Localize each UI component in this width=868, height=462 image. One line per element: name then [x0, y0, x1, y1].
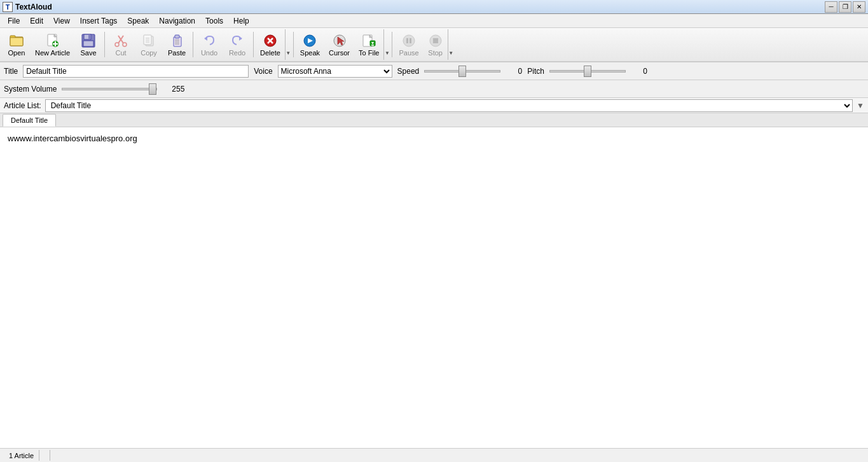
tab-default-title[interactable]: Default Title — [3, 114, 56, 127]
copy-label: Copy — [141, 50, 157, 57]
app-icon: T — [3, 2, 13, 12]
tab-label: Default Title — [11, 116, 48, 124]
open-button[interactable]: Open — [3, 29, 31, 60]
volume-label: System Volume — [4, 85, 57, 94]
title-bar-title: TextAloud — [15, 3, 52, 11]
menu-insert-tags[interactable]: Insert Tags — [75, 15, 122, 27]
paste-button[interactable]: Paste — [163, 29, 191, 60]
menu-help[interactable]: Help — [228, 15, 254, 27]
delete-label: Delete — [260, 50, 280, 57]
status-bar: 1 Article — [0, 448, 868, 462]
to-file-arrow[interactable]: ▼ — [383, 29, 390, 60]
voice-label: Voice — [254, 67, 272, 76]
speak-icon — [302, 33, 317, 48]
cursor-button[interactable]: Cursor — [324, 29, 354, 60]
copy-icon — [141, 33, 156, 48]
save-icon — [81, 33, 96, 48]
restore-button[interactable]: ❒ — [839, 1, 851, 13]
undo-button[interactable]: Undo — [195, 29, 223, 60]
redo-label: Redo — [229, 50, 245, 57]
stop-button[interactable]: Stop — [424, 29, 448, 60]
undo-label: Undo — [201, 50, 217, 57]
article-list-row: Article List: Default Title ▼ — [0, 98, 868, 113]
close-button[interactable]: ✕ — [853, 1, 865, 13]
to-file-label: To File — [359, 50, 379, 57]
text-editor[interactable]: wwww.intercambiosvirtualespro.org — [0, 127, 868, 448]
svg-point-13 — [115, 43, 119, 46]
volume-row: System Volume 255 — [0, 80, 868, 98]
title-input[interactable] — [23, 65, 249, 78]
voice-select[interactable]: Microsoft Anna Microsoft Sam Microsoft M… — [278, 65, 392, 78]
cut-icon — [113, 33, 128, 48]
cursor-icon — [332, 33, 347, 48]
to-file-button[interactable]: To File — [354, 29, 383, 60]
menu-navigation[interactable]: Navigation — [154, 15, 200, 27]
stop-arrow[interactable]: ▼ — [448, 29, 454, 60]
article-list-label: Article List: — [4, 101, 41, 110]
pause-button[interactable]: Pause — [394, 29, 423, 60]
cut-label: Cut — [115, 50, 126, 57]
cursor-label: Cursor — [329, 50, 350, 57]
status-panel-2 — [39, 450, 50, 461]
cut-button[interactable]: Cut — [107, 29, 135, 60]
speed-label: Speed — [397, 67, 420, 76]
menu-file[interactable]: File — [3, 15, 25, 27]
pitch-value: 0 — [628, 67, 647, 76]
svg-rect-2 — [10, 38, 23, 46]
minimize-button[interactable]: ─ — [825, 1, 837, 13]
svg-rect-39 — [406, 38, 408, 43]
open-label: Open — [8, 50, 25, 57]
content-text: wwww.intercambiosvirtualespro.org — [8, 134, 137, 143]
article-count: 1 Article — [9, 452, 34, 459]
delete-icon — [263, 33, 278, 48]
stop-label: Stop — [428, 50, 443, 57]
menu-edit[interactable]: Edit — [25, 15, 48, 27]
speak-button[interactable]: Speak — [296, 29, 324, 60]
volume-slider[interactable] — [62, 88, 157, 90]
svg-point-14 — [123, 43, 127, 46]
tab-bar: Default Title — [0, 113, 868, 127]
sep-2 — [193, 32, 193, 57]
speed-slider-container: 0 — [424, 67, 522, 76]
menu-bar: File Edit View Insert Tags Speak Navigat… — [0, 14, 868, 28]
paste-label: Paste — [168, 50, 186, 57]
svg-rect-9 — [88, 35, 90, 39]
sep-3 — [253, 32, 254, 57]
copy-button[interactable]: Copy — [135, 29, 163, 60]
save-label: Save — [80, 50, 96, 57]
properties-row: Title Voice Microsoft Anna Microsoft Sam… — [0, 62, 868, 80]
redo-icon — [230, 33, 245, 48]
pitch-slider[interactable] — [549, 70, 626, 73]
sep-1 — [104, 32, 105, 57]
pitch-label: Pitch — [527, 67, 544, 76]
svg-rect-10 — [83, 41, 93, 46]
pause-label: Pause — [399, 50, 418, 57]
volume-value: 255 — [162, 85, 184, 94]
title-label: Title — [4, 67, 18, 76]
delete-arrow[interactable]: ▼ — [285, 29, 291, 60]
title-bar-left: T TextAloud — [3, 2, 52, 12]
new-article-button[interactable]: New Article — [31, 29, 74, 60]
open-icon — [9, 33, 24, 48]
save-button[interactable]: Save — [74, 29, 102, 60]
sep-4 — [293, 32, 294, 57]
dropdown-arrow-indicator: ▼ — [857, 101, 864, 110]
toolbar: Open New Article Save — [0, 28, 868, 62]
new-article-icon — [45, 33, 60, 48]
svg-rect-21 — [175, 35, 179, 38]
pause-icon — [401, 33, 417, 48]
menu-speak[interactable]: Speak — [122, 15, 154, 27]
title-bar: T TextAloud ─ ❒ ✕ — [0, 0, 868, 14]
to-file-icon — [361, 33, 376, 48]
title-bar-controls[interactable]: ─ ❒ ✕ — [825, 1, 865, 13]
svg-rect-40 — [410, 38, 411, 43]
speak-label: Speak — [300, 50, 320, 57]
article-list-dropdown[interactable]: Default Title — [45, 99, 853, 112]
menu-view[interactable]: View — [48, 15, 75, 27]
speed-slider[interactable] — [424, 70, 500, 73]
menu-tools[interactable]: Tools — [200, 15, 228, 27]
redo-button[interactable]: Redo — [223, 29, 251, 60]
svg-point-38 — [403, 35, 415, 46]
sep-5 — [392, 32, 392, 57]
delete-button[interactable]: Delete — [256, 29, 285, 60]
